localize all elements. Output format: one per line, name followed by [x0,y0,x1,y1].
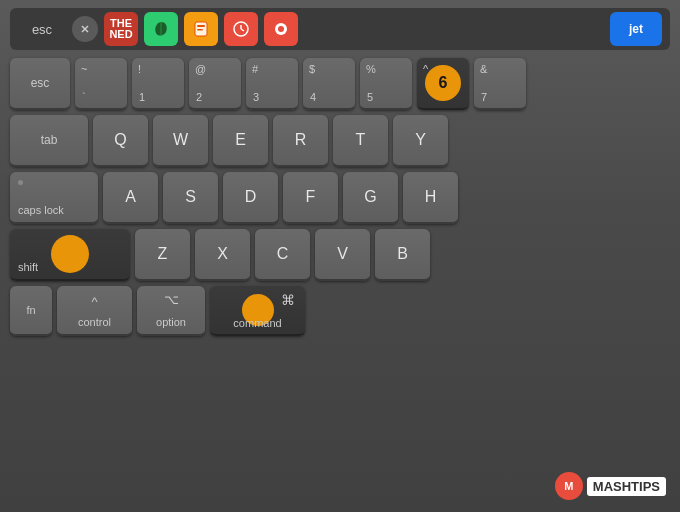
control-key[interactable]: ^ control [57,286,132,336]
w-label: W [173,131,188,149]
tb-ned-icon[interactable]: THENED [104,12,138,46]
esc-touch-bar[interactable]: esc [18,18,66,41]
five-label: 5 [367,91,373,103]
option-symbol: ⌥ [164,292,179,307]
tb-yellow-icon[interactable] [184,12,218,46]
number-row: esc ~ ` ! 1 @ 2 # 3 $ 4 [10,58,670,110]
command-label: command [233,317,281,329]
tb-jet-button[interactable]: jet [610,12,662,46]
tilde-symbol: ~ [81,63,87,75]
key-d[interactable]: D [223,172,278,224]
c-label: C [277,245,289,263]
backtick-key[interactable]: ~ ` [75,58,127,110]
zxcv-row: shift Z X C V B [10,229,670,281]
shift-label: shift [18,261,38,273]
tb-leaf-icon[interactable] [144,12,178,46]
svg-rect-4 [197,29,203,31]
key-b[interactable]: B [375,229,430,281]
mashtips-badge: M MASHTIPS [555,472,666,500]
key-g[interactable]: G [343,172,398,224]
mashtips-logo: M [555,472,583,500]
key-a[interactable]: A [103,172,158,224]
key-3[interactable]: # 3 [246,58,298,110]
s-label: S [185,188,196,206]
key-t[interactable]: T [333,115,388,167]
command-key[interactable]: ⌘ command [210,286,305,336]
asdf-row: caps lock A S D F G H [10,172,670,224]
tb-close-icon[interactable] [72,16,98,42]
exclaim-symbol: ! [138,63,141,75]
caret-symbol: ^ [423,63,428,75]
v-label: V [337,245,348,263]
key-w[interactable]: W [153,115,208,167]
key-1[interactable]: ! 1 [132,58,184,110]
key-z[interactable]: Z [135,229,190,281]
key-f[interactable]: F [283,172,338,224]
shift-orange-dot [51,235,89,273]
fn-key[interactable]: fn [10,286,52,336]
shift-key[interactable]: shift [10,229,130,281]
hash-symbol: # [252,63,258,75]
e-label: E [235,131,246,149]
key-6[interactable]: ^ 6 [417,58,469,110]
key-y[interactable]: Y [393,115,448,167]
h-label: H [425,188,437,206]
tab-key[interactable]: tab [10,115,88,167]
tb-record-icon[interactable] [264,12,298,46]
caps-lock-key[interactable]: caps lock [10,172,98,224]
tab-label: tab [41,133,58,147]
key-7[interactable]: & 7 [474,58,526,110]
bottom-row: fn ^ control ⌥ option ⌘ command [10,286,670,336]
key-q[interactable]: Q [93,115,148,167]
svg-line-7 [241,29,244,31]
z-label: Z [158,245,168,263]
command-symbol: ⌘ [281,292,295,308]
key-5[interactable]: % 5 [360,58,412,110]
mashtips-text: MASHTIPS [587,477,666,496]
three-label: 3 [253,91,259,103]
caps-label: caps lock [18,204,64,216]
esc-label: esc [31,76,50,90]
key-v[interactable]: V [315,229,370,281]
qwerty-row: tab Q W E R T Y [10,115,670,167]
x-label: X [217,245,228,263]
keyboard-container: esc THENED jet esc [0,0,680,512]
d-label: D [245,188,257,206]
control-caret: ^ [91,294,97,309]
tb-clock-icon[interactable] [224,12,258,46]
key-x[interactable]: X [195,229,250,281]
key-h[interactable]: H [403,172,458,224]
one-label: 1 [139,91,145,103]
b-label: B [397,245,408,263]
six-label: 6 [439,74,448,92]
option-label: option [156,316,186,328]
a-label: A [125,188,136,206]
key-c[interactable]: C [255,229,310,281]
key-e[interactable]: E [213,115,268,167]
q-label: Q [114,131,126,149]
key-s[interactable]: S [163,172,218,224]
f-label: F [306,188,316,206]
key-rows: esc ~ ` ! 1 @ 2 # 3 $ 4 [10,58,670,336]
mashtips-logo-letter: M [564,480,573,492]
key-4[interactable]: $ 4 [303,58,355,110]
t-label: T [356,131,366,149]
fn-label: fn [26,304,35,316]
r-label: R [295,131,307,149]
dollar-symbol: $ [309,63,315,75]
key-r[interactable]: R [273,115,328,167]
backtick-label: ` [82,91,86,103]
at-symbol: @ [195,63,206,75]
two-label: 2 [196,91,202,103]
four-label: 4 [310,91,316,103]
ampersand-symbol: & [480,63,487,75]
g-label: G [364,188,376,206]
y-label: Y [415,131,426,149]
svg-point-9 [278,26,284,32]
esc-key[interactable]: esc [10,58,70,110]
svg-rect-3 [197,25,205,27]
control-label: control [78,316,111,328]
key-2[interactable]: @ 2 [189,58,241,110]
percent-symbol: % [366,63,376,75]
option-key[interactable]: ⌥ option [137,286,205,336]
